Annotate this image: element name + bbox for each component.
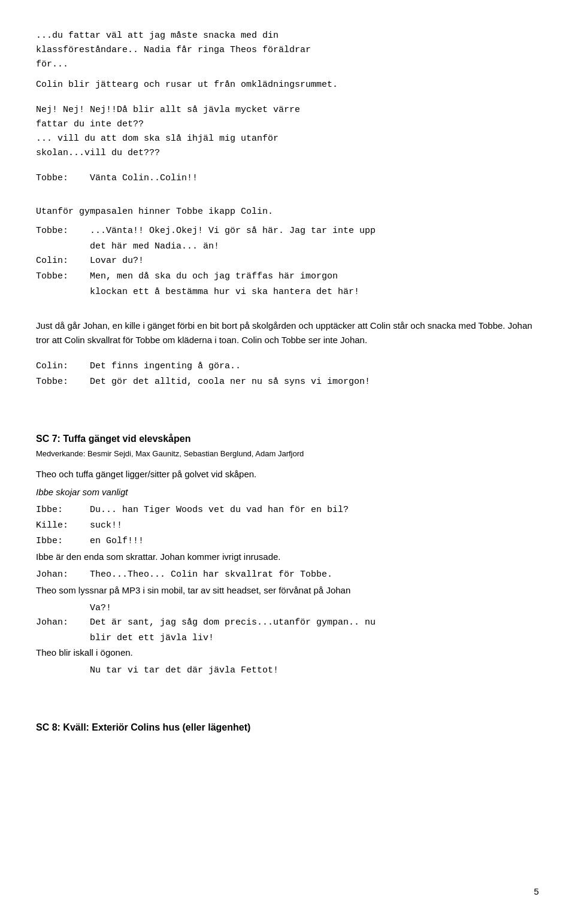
page-number: 5 (534, 886, 539, 900)
speaker-tobbe-3: Tobbe: (36, 269, 90, 284)
speech-tobbe-2: ...Vänta!! Okej.Okej! Vi gör så här. Jag… (90, 224, 539, 238)
speech-fettot: Nu tar vi tar det där jävla Fettot! (36, 664, 539, 678)
speaker-tobbe-4: Tobbe: (36, 375, 90, 389)
opening-line-1: ...du fattar väl att jag måste snacka me… (36, 29, 539, 43)
dialogue-colin-ingenting: Colin: Det finns ingenting å göra.. (36, 359, 539, 374)
vill-line: ... vill du att dom ska slå ihjäl mig ut… (36, 132, 539, 146)
narrative-johan: Just då går Johan, en kille i gänget för… (36, 319, 539, 347)
opening-line-2: klassföreståndare.. Nadia får ringa Theo… (36, 43, 539, 57)
dialogue-colin-lovar: Colin: Lovar du?! (36, 254, 539, 268)
speaker-ibbe-2: Ibbe: (36, 534, 90, 549)
narrative-utanfor: Utanför gympasalen hinner Tobbe ikapp Co… (36, 205, 539, 219)
speaker-ibbe-1: Ibbe: (36, 503, 90, 517)
speaker-johan-1: Johan: (36, 568, 90, 582)
opening-paragraph: ...du fattar väl att jag måste snacka me… (36, 29, 539, 72)
speech-ibbe-2: en Golf!!! (90, 534, 539, 549)
dialogue-johan-theo: Johan: Theo...Theo... Colin har skvallra… (36, 568, 539, 582)
speech-va: Va?! (36, 601, 539, 616)
sc8-heading: SC 8: Kväll: Exteriör Colins hus (eller … (36, 720, 539, 735)
sc7-narrative-4: Theo som lyssnar på MP3 i sin mobil, tar… (36, 583, 539, 598)
sc7-narrative-1: Theo och tuffa gänget ligger/sitter på g… (36, 467, 539, 481)
dialogue-tobbe-alltid: Tobbe: Det gör det alltid, coola ner nu … (36, 375, 539, 389)
speech-johan-2: Det är sant, jag såg dom precis...utanfö… (90, 616, 539, 630)
dialogue-tobbe-vantar: Tobbe: ...Vänta!! Okej.Okej! Vi gör så h… (36, 224, 539, 238)
dialogue-ibbe-golf: Ibbe: en Golf!!! (36, 534, 539, 549)
speech-kille-1: suck!! (90, 519, 539, 533)
dialogue-johan-sant: Johan: Det är sant, jag såg dom precis..… (36, 616, 539, 630)
speech-colin-1: Lovar du?! (90, 254, 539, 268)
sc7-heading: SC 7: Tuffa gänget vid elevskåpen (36, 431, 539, 447)
speech-tobbe-3-cont: klockan ett å bestämma hur vi ska hanter… (36, 285, 539, 299)
dialogue-tobbe-vanta: Tobbe: Vänta Colin..Colin!! (36, 171, 539, 186)
sc7-narrative-5: Theo blir iskall i ögonen. (36, 646, 539, 660)
opening-line-3: för... (36, 57, 539, 72)
sc7-narrative-2: Ibbe skojar som vanligt (36, 485, 539, 499)
dialogue-ibbe-tiger: Ibbe: Du... han Tiger Woods vet du vad h… (36, 503, 539, 517)
speaker-tobbe-2: Tobbe: (36, 224, 90, 238)
speech-tobbe-4: Det gör det alltid, coola ner nu så syns… (90, 375, 539, 389)
speaker-colin-2: Colin: (36, 359, 90, 374)
speech-tobbe-1: Vänta Colin..Colin!! (90, 171, 539, 186)
colin-runs-narrative: Colin blir jättearg och rusar ut från om… (36, 78, 539, 92)
sc7-subheading: Medverkande: Besmir Sejdi, Max Gaunitz, … (36, 448, 539, 461)
speaker-kille-1: Kille: (36, 519, 90, 533)
dialogue-tobbe-men: Tobbe: Men, men då ska du och jag träffa… (36, 269, 539, 284)
speech-ibbe-1: Du... han Tiger Woods vet du vad han för… (90, 503, 539, 517)
speech-johan-2-cont: blir det ett jävla liv! (36, 631, 539, 646)
speaker-johan-2: Johan: (36, 616, 90, 630)
nej-block: Nej! Nej! Nej!!Då blir allt så jävla myc… (36, 103, 539, 160)
speech-tobbe-3: Men, men då ska du och jag träffas här i… (90, 269, 539, 284)
speech-johan-1: Theo...Theo... Colin har skvallrat för T… (90, 568, 539, 582)
skolan-line: skolan...vill du det??? (36, 146, 539, 160)
page-content: ...du fattar väl att jag måste snacka me… (36, 29, 539, 735)
speech-colin-2: Det finns ingenting å göra.. (90, 359, 539, 374)
sc7-narrative-3: Ibbe är den enda som skrattar. Johan kom… (36, 550, 539, 564)
speaker-colin-1: Colin: (36, 254, 90, 268)
dialogue-kille-suck: Kille: suck!! (36, 519, 539, 533)
nej-line-2: fattar du inte det?? (36, 117, 539, 132)
speaker-tobbe-1: Tobbe: (36, 171, 90, 186)
speech-tobbe-2-cont: det här med Nadia... än! (36, 240, 539, 254)
nej-line-1: Nej! Nej! Nej!!Då blir allt så jävla myc… (36, 103, 539, 117)
